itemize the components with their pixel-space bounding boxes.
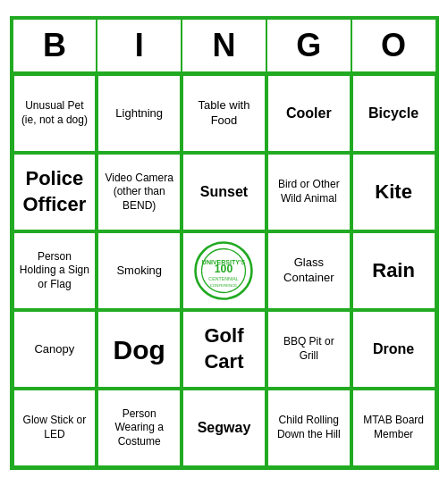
cell-text-5: Police Officer xyxy=(19,166,91,217)
svg-text:CONFERENCE: CONFERENCE xyxy=(210,283,238,288)
bingo-cell-12[interactable]: UNIVERSITY'S 100 CENTENNIAL CONFERENCE xyxy=(182,231,266,310)
bingo-cell-23[interactable]: Child Rolling Down the Hill xyxy=(266,389,351,467)
bingo-cell-0[interactable]: Unusual Pet (ie, not a dog) xyxy=(13,74,97,153)
cell-text-13: Glass Container xyxy=(273,256,345,286)
header-letter-n: N xyxy=(182,19,266,72)
cell-text-8: Bird or Other Wild Animal xyxy=(273,178,345,205)
bingo-cell-18[interactable]: BBQ Pit or Grill xyxy=(266,310,351,389)
bingo-cell-22[interactable]: Segway xyxy=(182,389,266,467)
cell-text-4: Bicycle xyxy=(368,105,418,123)
header-letter-i: I xyxy=(97,19,182,72)
bingo-cell-5[interactable]: Police Officer xyxy=(13,153,97,231)
cell-text-24: MTAB Board Member xyxy=(358,414,430,441)
bingo-cell-6[interactable]: Video Camera (other than BEND) xyxy=(97,153,182,231)
svg-text:CENTENNIAL: CENTENNIAL xyxy=(209,276,239,281)
bingo-cell-9[interactable]: Kite xyxy=(351,153,436,231)
bingo-cell-13[interactable]: Glass Container xyxy=(266,231,351,310)
bingo-cell-20[interactable]: Glow Stick or LED xyxy=(13,389,97,467)
bingo-header: BINGO xyxy=(13,19,436,72)
bingo-cell-8[interactable]: Bird or Other Wild Animal xyxy=(266,153,351,231)
bingo-grid: Unusual Pet (ie, not a dog)LightningTabl… xyxy=(13,72,436,467)
bingo-cell-17[interactable]: Golf Cart xyxy=(182,310,266,389)
cell-text-11: Smoking xyxy=(116,264,162,279)
bingo-cell-21[interactable]: Person Wearing a Costume xyxy=(97,389,182,467)
cell-text-14: Rain xyxy=(372,258,415,284)
cell-text-9: Kite xyxy=(375,180,412,205)
header-letter-o: O xyxy=(351,19,436,72)
bingo-card: BINGO Unusual Pet (ie, not a dog)Lightni… xyxy=(10,16,439,470)
cell-text-20: Glow Stick or LED xyxy=(19,414,91,441)
header-letter-g: G xyxy=(266,19,351,72)
cell-text-22: Segway xyxy=(198,419,251,438)
cell-text-10: Person Holding a Sign or Flag xyxy=(19,250,91,292)
cell-text-19: Drone xyxy=(373,340,414,359)
cell-text-17: Golf Cart xyxy=(188,323,260,374)
cell-text-2: Table with Food xyxy=(188,98,260,129)
bingo-cell-11[interactable]: Smoking xyxy=(97,231,182,310)
cell-text-16: Dog xyxy=(114,332,165,367)
bingo-cell-7[interactable]: Sunset xyxy=(182,153,266,231)
cell-text-21: Person Wearing a Costume xyxy=(103,407,175,449)
bingo-cell-15[interactable]: Canopy xyxy=(13,310,97,389)
bingo-cell-19[interactable]: Drone xyxy=(351,310,436,389)
svg-text:100: 100 xyxy=(215,263,233,275)
cell-text-15: Canopy xyxy=(34,342,74,357)
bingo-cell-16[interactable]: Dog xyxy=(97,310,182,389)
cell-text-23: Child Rolling Down the Hill xyxy=(273,414,345,441)
bingo-cell-24[interactable]: MTAB Board Member xyxy=(351,389,436,467)
cell-text-0: Unusual Pet (ie, not a dog) xyxy=(19,99,91,127)
bingo-cell-1[interactable]: Lightning xyxy=(97,74,182,153)
bingo-cell-14[interactable]: Rain xyxy=(351,231,436,310)
cell-text-18: BBQ Pit or Grill xyxy=(273,335,345,363)
header-letter-b: B xyxy=(13,19,97,72)
bingo-cell-4[interactable]: Bicycle xyxy=(351,74,436,153)
cell-text-7: Sunset xyxy=(200,183,248,202)
bingo-cell-3[interactable]: Cooler xyxy=(266,74,351,153)
cell-text-3: Cooler xyxy=(286,105,332,123)
cell-text-1: Lightning xyxy=(115,106,163,122)
bingo-cell-2[interactable]: Table with Food xyxy=(182,74,266,153)
bingo-cell-10[interactable]: Person Holding a Sign or Flag xyxy=(13,231,97,310)
cell-text-6: Video Camera (other than BEND) xyxy=(103,172,175,214)
